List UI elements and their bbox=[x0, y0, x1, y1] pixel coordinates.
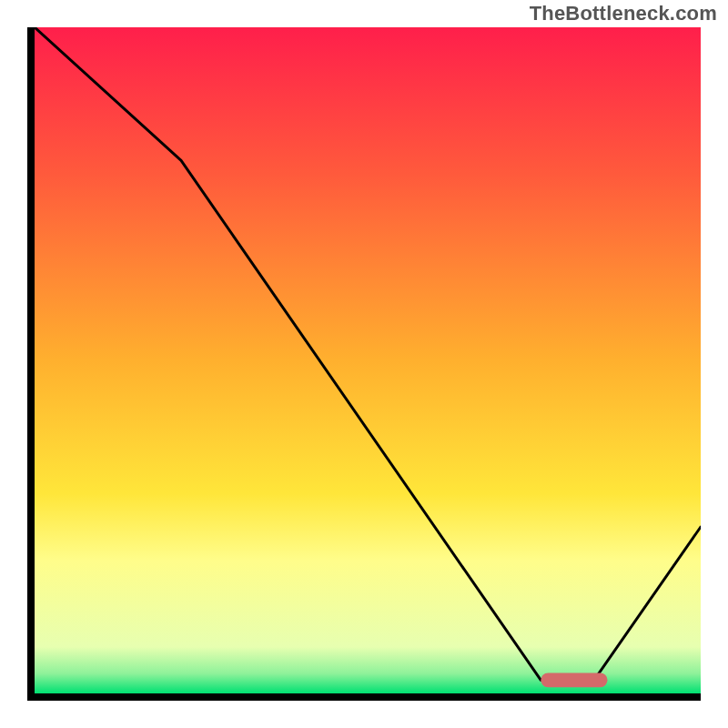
plot-area bbox=[35, 27, 701, 693]
chart-svg bbox=[35, 27, 701, 693]
plot-frame bbox=[27, 27, 701, 701]
watermark-text: TheBottleneck.com bbox=[530, 2, 717, 25]
optimum-marker bbox=[541, 672, 607, 687]
chart-container: TheBottleneck.com bbox=[0, 0, 728, 728]
gradient-background bbox=[35, 27, 701, 693]
